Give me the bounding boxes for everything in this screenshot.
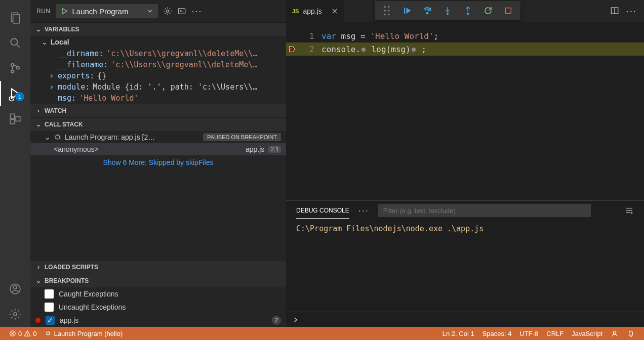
checkbox[interactable] [45, 303, 54, 312]
svg-point-7 [10, 97, 14, 101]
filter-input[interactable] [378, 204, 591, 217]
split-editor-icon[interactable] [610, 6, 619, 17]
step-over-button[interactable] [418, 2, 436, 19]
debug-console-panel: DEBUG CONSOLE ··· C:\Program Files\nodej… [286, 200, 644, 327]
callstack-frame[interactable]: <anonymous> app.js 2:1 [30, 143, 286, 155]
continue-button[interactable] [398, 2, 416, 19]
step-out-button[interactable] [459, 2, 477, 19]
breakpoint-current-icon[interactable] [288, 45, 296, 53]
debug-console-tab[interactable]: DEBUG CONSOLE [296, 203, 349, 219]
step-into-button[interactable] [438, 2, 457, 19]
loaded-title: LOADED SCRIPTS [45, 264, 98, 271]
svg-point-21 [56, 135, 60, 139]
svg-point-19 [167, 10, 169, 13]
debug-console-icon[interactable] [177, 7, 186, 16]
console-repl-input[interactable] [286, 312, 644, 327]
gear-icon[interactable] [163, 7, 172, 16]
variable-name: __filename: [58, 60, 108, 69]
variables-header[interactable]: ⌄ VARIABLES [30, 23, 286, 36]
start-debug-icon[interactable] [60, 7, 68, 15]
svg-point-18 [14, 313, 17, 316]
feedback-icon[interactable] [607, 329, 623, 337]
source-control-icon[interactable] [0, 56, 30, 81]
restart-button[interactable] [479, 2, 497, 19]
svg-point-38 [426, 12, 428, 14]
svg-point-36 [388, 14, 389, 15]
loaded-scripts-section: › LOADED SCRIPTS [30, 260, 286, 274]
launch-config-select[interactable]: Launch Program [56, 4, 158, 18]
svg-rect-1 [13, 15, 20, 23]
variables-scope-local[interactable]: ⌄ Local [30, 36, 286, 48]
chevron-down-icon: ⌄ [42, 38, 48, 46]
settings-gear-icon[interactable] [0, 302, 30, 327]
code-editor[interactable]: 1 var msg = 'Hello World'; 2 console. lo… [286, 22, 644, 200]
variable-value: {} [97, 71, 106, 80]
svg-point-32 [388, 6, 389, 8]
status-errors[interactable]: 0 0 [5, 330, 41, 337]
variable-value: Module {id: '.', path: 'c:\\Users\\… [93, 82, 257, 92]
breakpoint-row[interactable]: Uncaught Exceptions [30, 301, 286, 314]
svg-rect-43 [506, 8, 511, 14]
more-icon[interactable]: ··· [626, 6, 637, 17]
variable-value: 'Hello World' [79, 94, 138, 103]
breakpoint-count: 2 [272, 316, 281, 325]
callstack-header[interactable]: ⌄ CALL STACK [30, 118, 286, 131]
run-debug-icon[interactable]: 1 [0, 81, 30, 106]
svg-point-33 [384, 10, 386, 11]
status-encoding[interactable]: UTF-8 [516, 329, 543, 337]
explorer-icon[interactable] [0, 5, 30, 30]
search-icon[interactable] [0, 30, 30, 56]
breakpoints-header[interactable]: ⌄ BREAKPOINTS [30, 274, 286, 287]
breakpoint-row[interactable]: ✓app.js2 [30, 314, 286, 327]
callstack-thread[interactable]: ⌄ Launch Program: app.js [2… PAUSED ON B… [30, 131, 286, 143]
checkbox[interactable]: ✓ [46, 316, 55, 325]
variable-row[interactable]: ›exports: {} [30, 70, 286, 81]
status-lang[interactable]: JavaScript [568, 329, 607, 337]
chevron-right-icon: › [35, 264, 42, 271]
chevron-down-icon: ⌄ [45, 133, 51, 141]
grip-icon[interactable] [378, 2, 396, 19]
svg-point-2 [11, 38, 17, 45]
variable-value: 'c:\\Users\\gregvanl\\deleteMe\\… [106, 49, 257, 58]
run-header: RUN Launch Program ··· [30, 0, 286, 22]
status-launch[interactable]: Launch Program (hello) [41, 330, 127, 337]
frame-name: <anonymous> [54, 145, 99, 153]
status-spaces[interactable]: Spaces: 4 [478, 329, 516, 337]
chevron-down-icon[interactable] [146, 8, 153, 15]
chevron-right-icon: › [35, 107, 42, 114]
loaded-scripts-header[interactable]: › LOADED SCRIPTS [30, 261, 286, 274]
status-eol[interactable]: CRLF [542, 329, 568, 337]
launch-config-name: Launch Program [72, 7, 129, 16]
breakpoint-row[interactable]: Caught Exceptions [30, 287, 286, 301]
callstack-show-more[interactable]: Show 6 More: Skipped by skipFiles [30, 155, 286, 169]
stop-button[interactable] [499, 2, 517, 19]
variables-section: ⌄ VARIABLES ⌄ Local __dirname: 'c:\\User… [30, 22, 286, 104]
variable-row[interactable]: ›module: Module {id: '.', path: 'c:\\Use… [30, 81, 286, 93]
close-icon[interactable] [331, 8, 338, 15]
clear-console-icon[interactable] [625, 206, 634, 215]
activity-bar: 1 [0, 0, 30, 327]
editor-tab[interactable]: JS app.js [286, 0, 344, 22]
extensions-icon[interactable] [0, 106, 30, 132]
pause-state-badge: PAUSED ON BREAKPOINT [203, 133, 281, 141]
local-label: Local [51, 38, 69, 46]
checkbox[interactable] [45, 289, 54, 299]
variable-name: msg: [58, 94, 76, 103]
breakpoints-title: BREAKPOINTS [45, 277, 89, 284]
svg-line-3 [17, 45, 19, 47]
accounts-icon[interactable] [0, 276, 30, 302]
more-icon[interactable]: ··· [358, 205, 369, 216]
code-line: console. log(msg) ; [321, 45, 426, 54]
svg-point-6 [17, 66, 19, 69]
notifications-icon[interactable] [623, 329, 639, 337]
status-cursor[interactable]: Ln 2, Col 1 [438, 329, 478, 337]
svg-point-40 [447, 13, 449, 15]
variable-row[interactable]: __dirname: 'c:\\Users\\gregvanl\\deleteM… [30, 48, 286, 59]
variable-row[interactable]: msg: 'Hello World' [30, 93, 286, 104]
watch-header[interactable]: › WATCH [30, 104, 286, 117]
file-name: app.js [303, 7, 321, 15]
svg-point-44 [290, 48, 292, 50]
variable-row[interactable]: __filename: 'c:\\Users\\gregvanl\\delete… [30, 59, 286, 70]
more-icon[interactable]: ··· [191, 6, 202, 17]
console-link[interactable]: .\app.js [447, 224, 484, 233]
